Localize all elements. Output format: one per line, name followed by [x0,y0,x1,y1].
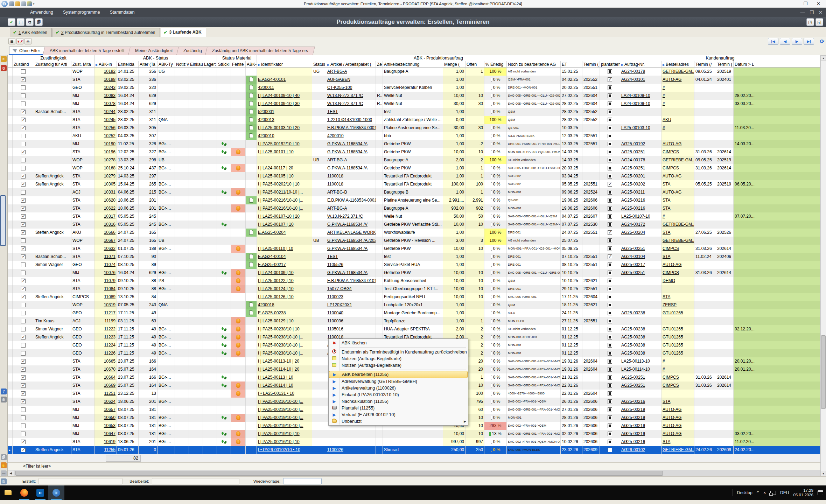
cell-c[interactable] [13,261,34,269]
col-header-ag[interactable]: Noch zu bearbeitende AG [507,61,561,67]
plantafel-checkbox[interactable] [608,327,612,331]
cell-link-ba[interactable]: AUTO-AG [663,423,681,428]
cell-link-art[interactable]: CT-K255-100 [327,85,352,90]
cell-link-nr[interactable]: 10316 [104,222,115,227]
cell-link-nr[interactable]: 10279 [104,174,115,178]
cell-link-art[interactable]: W.13.N-272.371 /C [327,214,363,219]
cell-an[interactable] [620,277,662,285]
cell-link-ba[interactable]: AUTO-AG [663,415,681,420]
cell-c[interactable] [13,349,34,357]
cell-ba[interactable]: # [662,365,694,373]
cell-link-id[interactable]: 4200011 [258,85,274,90]
cell-c[interactable] [13,317,34,325]
cell-ba[interactable]: GTU01265 [662,309,694,317]
cell-link-nr[interactable]: 11251 [104,391,115,396]
cell-link-an[interactable]: AG25-00238 [621,351,645,356]
cell-an[interactable]: AG25-00238 [620,349,662,357]
cell-id[interactable]: I | LA24-00109-10 | 40 [257,92,312,100]
cell-art[interactable] [326,438,376,446]
cell-nr[interactable]: 10196 [94,148,117,156]
cell-link-nr[interactable]: 11217 [104,310,115,315]
cell-nr[interactable]: 10078 [94,100,117,108]
col-header-t2[interactable]: Termin (/ [694,61,716,67]
cell-nr[interactable]: 10252 [94,132,117,140]
cell-link-id[interactable]: E.AG25-00217 [258,262,286,267]
cell-ba[interactable]: GETRIEBE-GM... [662,446,694,454]
cell-art[interactable]: ART-BG-A [326,156,376,164]
row-checkbox[interactable] [21,85,26,90]
copy-icon[interactable]: ⧉ [26,18,34,26]
row-checkbox[interactable] [21,126,26,130]
row-checkbox[interactable] [21,287,26,291]
cell-art[interactable]: 1100026 [326,446,376,454]
table-row[interactable]: Tim KrausACJ1119903.11.2563!I | LA25-001… [8,317,820,325]
cell-c[interactable] [13,220,34,229]
col-header-et[interactable]: ET [561,61,582,67]
cell-id[interactable]: I | LA25-00124 | 10 [257,285,312,293]
menu-item-artikelverwaltung[interactable]: ▶Artikelverwaltung (1100026) [329,385,468,391]
cell-an[interactable]: LA25-00107-10 [620,212,662,220]
menu-item-abk-loeschen[interactable]: ✖ABK löschen [329,340,468,346]
cell-link-ba[interactable]: CIMPCS [663,383,679,388]
cell-ba[interactable]: AUTO-AG [662,422,694,430]
alarm-clock-icon[interactable]: ◷ [1,65,7,71]
cell-c[interactable] [13,196,34,204]
cell-id[interactable]: I | PA25-00238/10-10 |... [257,333,312,341]
nav-last-button[interactable]: ▶| [804,38,814,45]
cell-id[interactable]: I | PA25-00216/10-10 |... [257,196,312,204]
table-row[interactable]: WOP1031907.05.25243QNA4200018LP120X20X1L… [8,301,820,309]
table-row[interactable]: STA1061918.06.25201BGr-...!I | PA25-0021… [8,438,820,446]
cell-link-ba[interactable]: AUTO-AG [663,174,681,178]
col-header-age[interactable]: Alter (Ta [139,61,158,67]
cell-nr[interactable]: 11223 [94,333,117,341]
cell-c[interactable] [13,373,34,382]
cell-an[interactable]: AG25-00238 [620,341,662,349]
cell-nr[interactable]: 11222 [94,325,117,333]
plantafel-checkbox[interactable] [608,424,612,428]
cell-art[interactable]: 1.2210 Ø14X1000-1000 [326,116,376,124]
panel-run-icon[interactable]: ◱ [816,18,823,26]
menu-item-notizen-2[interactable]: Notizen (Auftrags-Begleitkarte) [329,362,468,369]
cell-nr[interactable]: 10331 [94,188,117,196]
cell-c[interactable] [13,237,34,245]
cell-art[interactable]: TEST [326,253,376,261]
table-row[interactable]: Steffen AngrickCIMPCS1108913.10.2584I | … [8,293,820,301]
table-row[interactable]: STA1031705.05.25245I | LA25-00107-10 | 2… [8,212,820,220]
wizard-tab-2[interactable]: ✔2 Produktionsauftrag in Terminbestand a… [52,28,160,37]
plantafel-checkbox[interactable] [608,102,612,106]
cell-link-id[interactable]: I | PA25-00238/10-10 |... [258,335,303,340]
cell-art[interactable]: G.PKW.A-1168534 /A [326,148,376,156]
cell-nr[interactable]: 10670 [94,365,117,373]
cell-nr[interactable]: 11226 [94,349,117,357]
cell-link-an[interactable]: AG26-00102 [621,447,645,452]
table-row[interactable]: STA1107909.10.2588PS!I | LA25-00122 | 10… [8,277,820,285]
cell-link-art[interactable]: 1100026 [327,447,343,452]
quick-icon-3[interactable] [21,1,26,6]
cell-link-art[interactable]: 1100018 [327,182,343,187]
table-row[interactable]: Steffen AngrickSTA1030515.04.25265BGr-..… [8,180,820,188]
cell-c[interactable] [13,188,34,196]
col-header-sel[interactable] [8,61,13,67]
cell-link-ba[interactable]: GTU01265 [663,335,683,340]
help-icon[interactable]: ? [1,388,7,394]
cell-link-nr[interactable]: 11226 [104,351,115,356]
cell-link-an[interactable]: AG25-00202 [621,182,645,187]
cell-link-ba[interactable]: CIMPCS [663,270,679,275]
confirm-icon[interactable]: ✔ [8,18,15,26]
cell-ba[interactable] [662,108,694,116]
col-header-art[interactable]: ▶Artikel / Arbeitspaket ( [326,61,376,67]
cell-art[interactable]: 1105526 [326,261,376,269]
tray-expand-caret-icon[interactable]: ∧ [763,490,766,495]
cell-link-ba[interactable]: GETRIEBE-GM... [663,69,694,74]
cell-link-an[interactable]: AG25-00238 [621,310,645,315]
plantafel-checkbox[interactable] [608,295,612,299]
cell-id[interactable]: I | LA25-00129 | 10 [257,317,312,325]
cell-id[interactable]: I | PA25-00216/10-10 |... [257,398,312,406]
cell-c[interactable] [13,245,34,253]
cell-link-id[interactable]: I | LA25-00103-10 | 20 [258,125,300,130]
cell-link-id[interactable]: I | LA25-00122 | 10 [258,278,294,283]
col-header-notiz[interactable]: Notiz v [175,61,189,67]
cell-link-nr[interactable]: 10624 [104,399,115,404]
plantafel-checkbox[interactable] [608,246,612,251]
cell-id[interactable]: I | LA25-00126 | 10 [257,293,312,301]
